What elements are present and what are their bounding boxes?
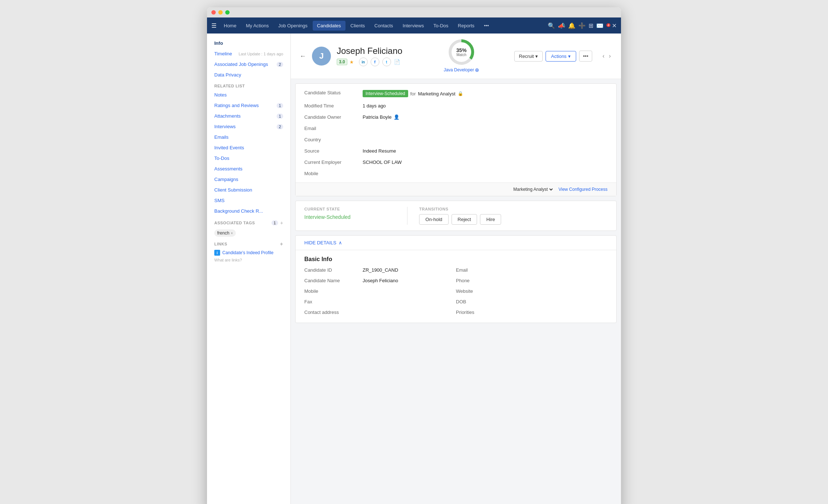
- priorities-label: Priorities: [456, 308, 514, 317]
- current-state-col: CURRENT STATE Interview-Scheduled: [304, 207, 407, 225]
- sidebar-item-ratings-reviews[interactable]: Ratings and Reviews 1: [207, 100, 290, 111]
- match-inner: 35% Match: [452, 42, 471, 62]
- sidebar-item-assessments[interactable]: Assessments: [207, 164, 290, 174]
- dob-value: [514, 297, 608, 306]
- nav-more[interactable]: •••: [480, 21, 493, 31]
- maximize-btn[interactable]: [225, 10, 230, 15]
- recruit-button[interactable]: Recruit ▾: [514, 51, 543, 62]
- nav-home[interactable]: Home: [219, 21, 241, 31]
- details-grid: Candidate ID ZR_1900_CAND Candidate Name…: [296, 265, 616, 323]
- add-icon[interactable]: ➕: [578, 22, 586, 29]
- back-button[interactable]: ←: [300, 52, 306, 60]
- next-record-arrow[interactable]: ›: [608, 51, 612, 61]
- sidebar-item-emails[interactable]: Emails: [207, 132, 290, 142]
- actions-dropdown-icon: ▾: [568, 54, 571, 59]
- details-section: HIDE DETAILS ∧ Basic Info Candidate ID Z…: [295, 235, 617, 323]
- linkedin-icon[interactable]: in: [359, 58, 368, 66]
- nav-todos[interactable]: To-Dos: [429, 21, 453, 31]
- prev-record-arrow[interactable]: ‹: [601, 51, 606, 61]
- twitter-icon[interactable]: t: [382, 58, 391, 66]
- sidebar-item-sms[interactable]: SMS: [207, 195, 290, 206]
- sidebar-item-notes[interactable]: Notes: [207, 90, 290, 100]
- sidebar-item-invited-events[interactable]: Invited Events: [207, 142, 290, 153]
- process-job-select[interactable]: Marketing Analyst: [512, 186, 554, 192]
- sidebar-item-interviews[interactable]: Interviews 2: [207, 121, 290, 132]
- candidate-status-label: Candidate Status: [304, 88, 363, 99]
- candidate-fields-grid: Candidate Status Interview-Scheduled for…: [296, 84, 616, 182]
- social-icons: in f t 📄: [359, 58, 400, 66]
- country-value: [363, 135, 608, 144]
- match-job-label: Java Developer: [444, 67, 474, 72]
- contact-address-value: [363, 308, 456, 317]
- ratings-badge: 1: [277, 103, 283, 108]
- add-tag-icon[interactable]: +: [280, 220, 283, 226]
- email-icon-wrapper[interactable]: ✉️ 4: [596, 22, 609, 29]
- settings-icon[interactable]: ✕: [612, 22, 617, 29]
- nav-reports[interactable]: Reports: [453, 21, 479, 31]
- match-percent: 35%: [456, 48, 466, 53]
- minimize-btn[interactable]: [218, 10, 223, 15]
- actions-button[interactable]: Actions ▾: [546, 51, 576, 62]
- header-actions: Recruit ▾ Actions ▾ •••: [514, 51, 593, 62]
- nav-interviews[interactable]: Interviews: [398, 21, 429, 31]
- transition-hire[interactable]: Hire: [480, 214, 501, 225]
- status-for-text: for: [410, 91, 416, 97]
- tag-remove[interactable]: ×: [231, 231, 233, 235]
- process-bar: Marketing Analyst View Configured Proces…: [296, 182, 616, 196]
- website-value: [514, 287, 608, 296]
- email-label: Email: [304, 124, 363, 133]
- employer-label: Current Employer: [304, 158, 363, 167]
- transition-buttons: On-hold Reject Hire: [419, 214, 608, 225]
- nav-job-openings[interactable]: Job Openings: [274, 21, 312, 31]
- megaphone-icon[interactable]: 📣: [558, 22, 565, 29]
- website-label: Website: [456, 287, 514, 296]
- document-icon[interactable]: 📄: [394, 59, 400, 65]
- indeed-profile-label: Candidate's Indeed Profile: [222, 250, 273, 255]
- transition-reject[interactable]: Reject: [452, 214, 477, 225]
- what-links-text[interactable]: What are links?: [207, 257, 290, 263]
- nav-contacts[interactable]: Contacts: [370, 21, 397, 31]
- transition-on-hold[interactable]: On-hold: [419, 214, 448, 225]
- candidate-rating-row: 3.0 ★ in f t 📄: [337, 58, 438, 66]
- country-label: Country: [304, 135, 363, 144]
- phone-value: [514, 276, 608, 285]
- state-content: CURRENT STATE Interview-Scheduled TRANSI…: [296, 201, 616, 231]
- facebook-icon[interactable]: f: [371, 58, 379, 66]
- view-configured-process-link[interactable]: View Configured Process: [558, 187, 608, 192]
- sidebar-item-todos[interactable]: To-Dos: [207, 153, 290, 164]
- nav-clients[interactable]: Clients: [346, 21, 370, 31]
- candidate-owner-label: Candidate Owner: [304, 113, 363, 122]
- more-button[interactable]: •••: [579, 51, 593, 62]
- transitions-col: TRANSITIONS On-hold Reject Hire: [407, 207, 608, 225]
- sidebar-item-data-privacy[interactable]: Data Privacy: [207, 70, 290, 80]
- candidate-id-label: Candidate ID: [304, 265, 363, 275]
- fax-value: [363, 297, 456, 306]
- match-job-link[interactable]: Java Developer ⊕: [444, 67, 479, 73]
- candidate-id-value: ZR_1900_CAND: [363, 265, 456, 275]
- candidate-name-label: Candidate Name: [304, 276, 363, 285]
- sidebar-item-info[interactable]: Info: [207, 38, 290, 48]
- sidebar-item-campaigns[interactable]: Campaigns: [207, 174, 290, 185]
- grid-icon[interactable]: ⊞: [589, 22, 593, 29]
- star-icon: ★: [349, 59, 354, 65]
- hide-details-bar[interactable]: HIDE DETAILS ∧: [296, 236, 616, 250]
- sidebar-timeline-row: Timeline Last Update : 1 days ago: [207, 48, 290, 59]
- nav-candidates[interactable]: Candidates: [313, 21, 345, 31]
- search-icon[interactable]: 🔍: [548, 22, 555, 29]
- bell-icon[interactable]: 🔔: [568, 22, 575, 29]
- sidebar-item-associated-job-openings[interactable]: Associated Job Openings 2: [207, 59, 290, 70]
- tags-count-badge: 1: [272, 220, 278, 225]
- dob-label: DOB: [456, 297, 514, 306]
- sidebar-item-timeline[interactable]: Timeline: [214, 51, 232, 56]
- nav-my-actions[interactable]: My Actions: [242, 21, 273, 31]
- content-area: ← J Joseph Feliciano 3.0 ★ in f t 📄: [291, 34, 621, 504]
- sidebar-item-background-check[interactable]: Background Check R...: [207, 206, 290, 216]
- indeed-profile-link[interactable]: i Candidate's Indeed Profile: [207, 248, 290, 257]
- sidebar-item-client-submission[interactable]: Client Submission: [207, 185, 290, 195]
- close-btn[interactable]: [211, 10, 216, 15]
- add-link-icon[interactable]: +: [280, 241, 283, 247]
- tags-container: french ×: [207, 227, 290, 239]
- hamburger-icon[interactable]: ☰: [211, 22, 216, 29]
- match-plus-icon: ⊕: [475, 67, 479, 73]
- sidebar-item-attachments[interactable]: Attachments 1: [207, 111, 290, 121]
